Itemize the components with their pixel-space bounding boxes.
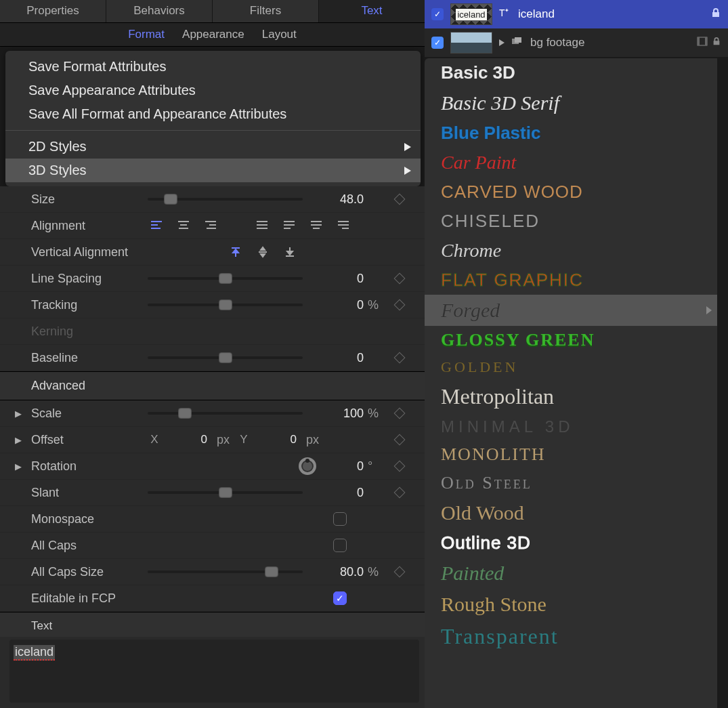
style-car-paint[interactable]: Car Paint <box>425 148 717 178</box>
style-old-wood[interactable]: Old Wood <box>425 497 717 528</box>
layer-row-bg[interactable]: ✓ bg footage <box>425 28 728 57</box>
style-minimal-3d[interactable]: MINIMAL 3D <box>425 413 717 440</box>
keyframe-icon[interactable] <box>394 566 406 578</box>
slider-thumb[interactable] <box>265 566 278 577</box>
style-blue-plastic[interactable]: Blue Plastic <box>425 119 717 148</box>
style-forged[interactable]: Forged <box>425 295 717 326</box>
menu-3d-styles[interactable]: 3D Styles <box>5 159 421 182</box>
layer-visibility-checkbox[interactable]: ✓ <box>431 37 444 49</box>
disclosure-icon[interactable] <box>499 39 505 46</box>
slider-thumb[interactable] <box>219 487 232 498</box>
keyframe-icon[interactable] <box>394 461 406 472</box>
scale-value[interactable]: 100 <box>316 407 364 421</box>
tracking-value[interactable]: 0 <box>316 298 364 312</box>
keyframe-icon[interactable] <box>394 434 406 446</box>
justify-left-icon[interactable] <box>280 218 298 233</box>
tab-behaviors[interactable]: Behaviors <box>106 0 213 22</box>
subtab-format[interactable]: Format <box>128 28 165 41</box>
allcapssize-slider[interactable] <box>148 570 303 573</box>
menu-save-all[interactable]: Save All Format and Appearance Attribute… <box>5 102 421 126</box>
layer-row-iceland[interactable]: ✓ iceland T✦ iceland <box>425 0 728 28</box>
tracking-slider[interactable] <box>148 304 303 306</box>
slider-thumb[interactable] <box>219 299 232 310</box>
layer-visibility-checkbox[interactable]: ✓ <box>431 8 444 20</box>
justify-right-icon[interactable] <box>335 218 352 233</box>
tab-properties[interactable]: Properties <box>0 0 106 22</box>
disclosure-icon[interactable]: ▶ <box>15 435 22 445</box>
style-glossy-green[interactable]: GLOSSY GREEN <box>425 326 717 354</box>
section-text: Text <box>0 612 425 637</box>
style-old-steel[interactable]: Old Steel <box>425 469 717 497</box>
linespacing-slider[interactable] <box>148 277 303 280</box>
valign-top-icon[interactable] <box>227 245 244 259</box>
style-rough-stone[interactable]: Rough Stone <box>425 589 717 620</box>
offset-x-value[interactable]: 0 <box>167 433 207 446</box>
baseline-value[interactable]: 0 <box>316 351 364 365</box>
valign-bottom-icon[interactable] <box>281 245 299 259</box>
allcaps-checkbox[interactable] <box>333 539 347 552</box>
lock-icon[interactable] <box>712 36 721 49</box>
disclosure-icon[interactable]: ▶ <box>15 461 22 472</box>
align-center-icon[interactable] <box>175 218 192 233</box>
inspector-tabs: Properties Behaviors Filters Text <box>0 0 425 23</box>
keyframe-icon[interactable] <box>394 299 406 311</box>
justify-full-icon[interactable] <box>253 218 271 233</box>
allcapssize-value[interactable]: 80.0 <box>316 565 364 579</box>
keyframe-icon[interactable] <box>394 487 406 499</box>
style-basic-3d-serif[interactable]: Basic 3D Serif <box>425 87 717 119</box>
slider-thumb[interactable] <box>178 408 192 419</box>
style-chiseled[interactable]: CHISELED <box>425 207 717 236</box>
layer-name[interactable]: iceland <box>518 7 555 21</box>
kerning-label: Kerning <box>31 325 148 339</box>
offset-x-label: X <box>148 433 161 446</box>
slant-value[interactable]: 0 <box>316 486 364 500</box>
style-carved-wood[interactable]: CARVED WOOD <box>425 178 717 207</box>
style-flat-graphic[interactable]: FLAT GRAPHIC <box>425 266 717 295</box>
menu-save-appearance[interactable]: Save Appearance Attributes <box>5 79 421 102</box>
style-golden[interactable]: GOLDEN <box>425 354 717 380</box>
editablefcp-checkbox[interactable] <box>333 591 347 605</box>
monospace-checkbox[interactable] <box>333 512 347 526</box>
tab-text[interactable]: Text <box>319 0 425 22</box>
style-basic-3d[interactable]: Basic 3D <box>425 58 717 87</box>
size-value[interactable]: 48.0 <box>316 192 364 207</box>
tab-filters[interactable]: Filters <box>213 0 319 22</box>
valign-middle-icon[interactable] <box>254 245 272 259</box>
justify-center-icon[interactable] <box>307 218 325 233</box>
size-slider[interactable] <box>148 198 303 201</box>
text-content-area[interactable]: iceland <box>9 640 419 703</box>
menu-save-format[interactable]: Save Format Attributes <box>5 55 421 79</box>
keyframe-icon[interactable] <box>394 408 406 419</box>
style-transparent[interactable]: Transparent <box>425 620 717 653</box>
rotation-value[interactable]: 0 <box>316 459 364 474</box>
keyframe-icon[interactable] <box>394 352 406 364</box>
section-advanced[interactable]: Advanced <box>0 371 425 400</box>
style-metropolitan[interactable]: Metropolitan <box>425 380 717 413</box>
align-right-icon[interactable] <box>202 218 219 233</box>
linespacing-value[interactable]: 0 <box>316 272 364 286</box>
text-content[interactable]: iceland <box>14 645 55 661</box>
subtab-layout[interactable]: Layout <box>262 28 297 41</box>
menu-3d-styles-label: 3D Styles <box>28 163 87 178</box>
slant-slider[interactable] <box>148 491 303 494</box>
baseline-slider[interactable] <box>148 356 303 359</box>
rotation-dial[interactable] <box>299 457 316 475</box>
slider-thumb[interactable] <box>219 352 232 363</box>
slider-thumb[interactable] <box>219 273 232 284</box>
offset-y-value[interactable]: 0 <box>256 433 297 446</box>
menu-2d-styles[interactable]: 2D Styles <box>5 135 421 159</box>
keyframe-icon[interactable] <box>394 273 406 285</box>
style-monolith[interactable]: MONOLITH <box>425 440 717 469</box>
subtab-appearance[interactable]: Appearance <box>182 28 244 41</box>
style-painted[interactable]: Painted <box>425 558 717 589</box>
disclosure-icon[interactable]: ▶ <box>15 409 22 419</box>
layer-thumbnail: iceland <box>450 3 492 25</box>
scale-slider[interactable] <box>148 412 303 415</box>
slider-thumb[interactable] <box>164 194 177 205</box>
align-left-icon[interactable] <box>148 218 165 233</box>
lock-icon[interactable] <box>710 7 721 22</box>
style-outline-3d[interactable]: Outline 3D <box>425 528 717 558</box>
style-chrome[interactable]: Chrome <box>425 236 717 266</box>
keyframe-icon[interactable] <box>394 194 406 205</box>
layer-name[interactable]: bg footage <box>530 36 584 49</box>
